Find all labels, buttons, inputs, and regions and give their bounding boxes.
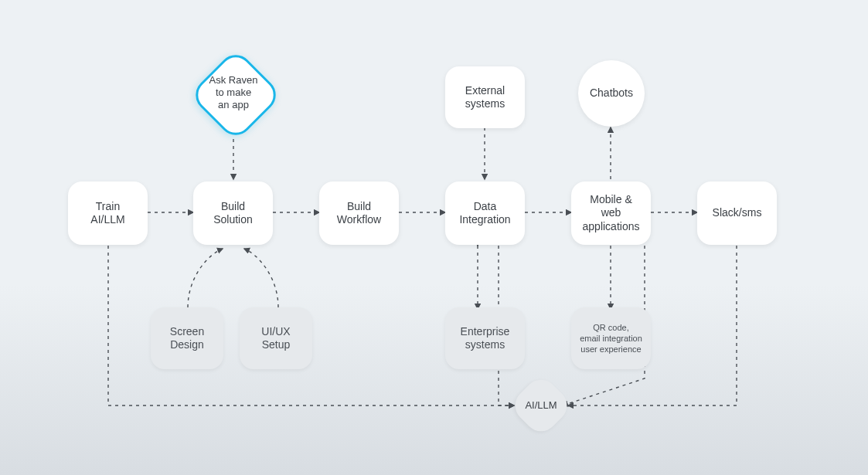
node-uiux-setup: UI/UXSetup	[240, 307, 312, 369]
node-ai-llm-label: AI/LLM	[504, 386, 578, 425]
node-mobile-web: Mobile &webapplications	[571, 182, 651, 245]
node-enterprise-systems: Enterprisesystems	[445, 307, 525, 369]
node-chatbots: Chatbots	[578, 60, 645, 127]
node-qr-email: QR code,email integrationuser experience	[571, 307, 651, 369]
node-build-workflow: BuildWorkflow	[319, 182, 399, 245]
node-screen-design: ScreenDesign	[151, 307, 223, 369]
node-train-ai-llm: TrainAI/LLM	[68, 182, 148, 245]
node-build-solution: BuildSolution	[193, 182, 273, 245]
node-slack-sms: Slack/sms	[697, 182, 777, 245]
node-ask-raven-label: Ask Ravento makean app	[191, 62, 276, 124]
node-external-systems: Externalsystems	[445, 66, 525, 128]
node-data-integration: DataIntegration	[445, 182, 525, 245]
